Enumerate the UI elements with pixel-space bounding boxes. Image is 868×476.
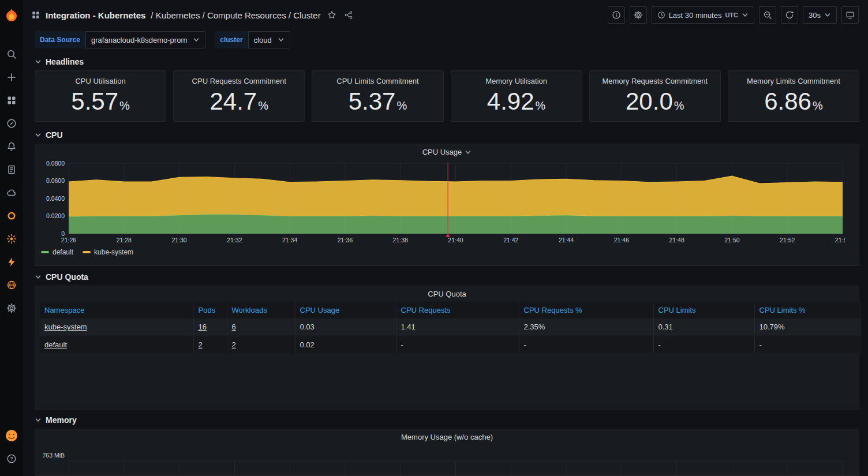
stat-panel-title[interactable]: Memory Utilisation [451,73,582,89]
svg-text:21:38: 21:38 [393,237,408,243]
sidebar-item-docs[interactable] [0,158,23,181]
stat-panel: Memory Utilisation4.92% [451,70,582,122]
cycle-view-mode-button[interactable] [841,6,859,24]
svg-text:0: 0 [61,230,65,237]
cell-link[interactable]: 2 [199,340,203,349]
panel-title-text: CPU Quota [428,290,466,298]
cell-link[interactable]: 16 [199,323,207,331]
zoom-out-time-button[interactable] [759,6,776,24]
cpu-usage-legend: defaultkube-system [35,248,859,257]
cluster-value: cloud [254,36,272,44]
sidebar-item-configuration[interactable] [0,297,23,320]
sidebar-item-alerting[interactable] [0,135,23,158]
share-dashboard-button[interactable] [343,9,354,21]
sidebar-item-integration-ring[interactable] [0,204,23,227]
section-title: CPU [46,130,63,140]
cluster-picker[interactable]: cloud [248,31,290,48]
legend-item[interactable]: default [41,248,73,256]
sidebar-item-search[interactable] [0,43,23,66]
star-dashboard-button[interactable] [326,9,338,21]
memory-chart[interactable]: 763 MiB [35,445,859,476]
sidebar-item-dashboards[interactable] [0,89,23,112]
dashboard-grid-icon [31,10,40,20]
column-header[interactable]: CPU Usage [295,302,396,318]
legend-label: kube-system [94,248,133,256]
column-header[interactable]: CPU Limits % [754,302,861,318]
cell-link[interactable]: default [44,340,67,349]
stat-panel-title[interactable]: Memory Requests Commitment [590,73,720,89]
stat-panel: CPU Requests Commitment24.7% [173,70,305,122]
clock-icon [657,11,665,19]
sidebar-item-help[interactable]: ? [0,447,23,470]
sidebar-item-integration-globe[interactable] [0,273,23,297]
panel-title-memory[interactable]: Memory Usage (w/o cache) [35,429,859,445]
gear-icon [634,10,643,20]
time-range-picker[interactable]: Last 30 minutes UTC [652,6,754,24]
chevron-down-icon [742,12,749,18]
section-memory[interactable]: Memory [35,411,859,429]
refresh-button[interactable] [781,6,798,24]
table-cell: - [754,336,861,354]
dashboard-insights-button[interactable] [608,6,625,24]
timezone-badge: UTC [725,12,738,18]
table-cell: 2 [227,336,295,354]
svg-text:21:36: 21:36 [338,237,353,243]
stat-panel-title[interactable]: CPU Limits Commitment [312,73,443,89]
table-cell: default [40,336,193,354]
sidebar-item-explore[interactable] [0,112,23,135]
sidebar-item-integration-bolt[interactable] [0,250,23,273]
globe-icon [6,280,17,290]
column-header[interactable]: Namespace [40,302,193,318]
plus-icon [6,72,17,83]
datasource-value: grafanacloud-k8sdemo-prom [91,36,187,44]
sidebar-item-integration-sun[interactable] [0,227,23,250]
sidebar-item-profile[interactable] [0,424,23,447]
sidebar-item-cloud[interactable] [0,181,23,204]
bell-icon [6,141,17,152]
cell-link[interactable]: 6 [232,323,236,331]
chevron-down-icon [35,132,42,138]
table-cell: 0.03 [295,318,396,336]
chevron-down-icon [824,12,831,18]
chevron-down-icon [35,417,42,423]
table-cell: - [396,336,519,354]
table-cell: 2.35% [519,318,653,336]
section-cpu[interactable]: CPU [35,126,859,144]
cpu-usage-chart-svg[interactable]: 00.02000.04000.06000.080021:2621:2821:30… [40,160,845,245]
stat-unit: % [396,100,407,112]
memory-usage-panel: Memory Usage (w/o cache) 763 MiB [35,429,859,476]
table-cell: - [653,336,754,354]
column-header[interactable]: Pods [193,302,227,318]
cell-link[interactable]: 2 [232,340,236,349]
stat-panel-title[interactable]: Memory Limits Commitment [728,73,859,89]
refresh-interval-label: 30s [809,11,821,20]
cell-link[interactable]: kube-system [44,323,87,331]
sidebar-item-create[interactable] [0,66,23,89]
stats-row: CPU Utilisation5.57%CPU Requests Commitm… [35,70,859,122]
section-title: CPU Quota [46,272,88,282]
stat-panel-title[interactable]: CPU Utilisation [35,73,166,89]
svg-text:0.0200: 0.0200 [46,212,65,219]
panel-title-cpu-quota[interactable]: CPU Quota [40,286,854,302]
memory-chart-svg[interactable]: 763 MiB [40,445,845,476]
chevron-down-icon [35,273,42,280]
legend-item[interactable]: kube-system [83,248,133,256]
panel-title-cpu-usage[interactable]: CPU Usage [35,144,859,160]
panel-title-text: CPU Usage [422,148,462,156]
sidebar-item-grafana-logo[interactable] [0,3,23,27]
section-headlines[interactable]: Headlines [35,53,859,70]
column-header[interactable]: CPU Limits [653,302,754,318]
column-header[interactable]: CPU Requests [396,302,519,318]
svg-text:21:54: 21:54 [835,237,845,243]
sidebar: ? [0,0,23,476]
legend-swatch [41,251,49,253]
stat-panel-title[interactable]: CPU Requests Commitment [174,73,304,89]
section-cpu-quota[interactable]: CPU Quota [35,268,859,286]
refresh-interval-picker[interactable]: 30s [803,6,837,24]
dashboard-settings-button[interactable] [630,6,647,24]
datasource-variable: Data Source grafanacloud-k8sdemo-prom [35,31,205,48]
datasource-picker[interactable]: grafanacloud-k8sdemo-prom [85,31,205,48]
cpu-usage-chart[interactable]: 00.02000.04000.06000.080021:2621:2821:30… [35,160,859,248]
column-header[interactable]: CPU Requests % [519,302,653,318]
column-header[interactable]: Workloads [227,302,295,318]
